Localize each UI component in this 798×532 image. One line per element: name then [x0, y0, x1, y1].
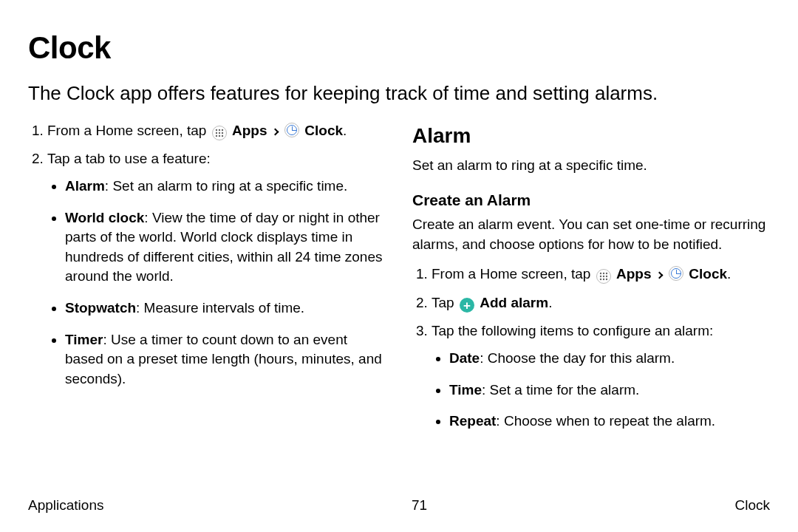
svg-point-13	[603, 276, 604, 277]
step-text: Tap a tab to use a feature:	[47, 151, 211, 166]
svg-point-2	[222, 129, 223, 131]
step-text: From a Home screen, tap	[432, 266, 595, 282]
svg-point-1	[219, 129, 220, 131]
svg-point-6	[216, 135, 217, 137]
list-item: Timer: Use a timer to count down to an e…	[65, 330, 386, 389]
svg-point-17	[606, 279, 607, 280]
clock-icon	[284, 123, 299, 137]
right-step-3: Tap the following items to configure an …	[432, 321, 770, 431]
feature-desc: : Use a timer to count down to an event …	[65, 332, 382, 386]
step-text: Tap	[432, 295, 458, 310]
svg-point-12	[600, 276, 601, 277]
page-footer: Applications 71 Clock	[28, 496, 770, 516]
page-title: Clock	[28, 27, 770, 70]
feature-desc: : Measure intervals of time.	[136, 300, 304, 316]
feature-desc: : Set an alarm to ring at a specific tim…	[105, 178, 347, 194]
alarm-desc: Set an alarm to ring at a specific time.	[412, 156, 770, 176]
list-item: Stopwatch: Measure intervals of time.	[65, 299, 386, 318]
chevron-right-icon	[655, 272, 663, 279]
config-desc: : Choose when to repeat the alarm.	[496, 413, 715, 429]
svg-point-10	[603, 273, 604, 274]
config-desc: : Set a time for the alarm.	[482, 382, 639, 398]
list-item: Time: Set a time for the alarm.	[449, 381, 770, 400]
svg-point-5	[222, 132, 223, 134]
config-desc: : Choose the day for this alarm.	[480, 350, 675, 366]
clock-label: Clock	[689, 266, 727, 282]
add-alarm-label: Add alarm	[480, 295, 548, 310]
content-columns: From a Home screen, tap Apps Clock. Tap …	[28, 121, 770, 443]
config-name: Repeat	[449, 413, 496, 429]
footer-page-number: 71	[412, 496, 427, 516]
apps-label: Apps	[616, 266, 652, 282]
left-step-1: From a Home screen, tap Apps Clock.	[47, 121, 386, 141]
right-step-2: Tap + Add alarm.	[432, 293, 770, 313]
left-step-2: Tap a tab to use a feature: Alarm: Set a…	[47, 149, 386, 389]
svg-point-11	[606, 273, 607, 274]
svg-point-15	[600, 279, 601, 280]
svg-point-9	[600, 273, 601, 274]
apps-label: Apps	[232, 123, 267, 138]
create-alarm-desc: Create an alarm event. You can set one-t…	[412, 215, 770, 254]
footer-left: Applications	[28, 496, 103, 516]
list-item: World clock: View the time of day or nig…	[65, 208, 386, 287]
clock-label: Clock	[304, 123, 343, 138]
svg-point-3	[216, 132, 217, 134]
svg-point-0	[216, 129, 217, 131]
step-text: From a Home screen, tap	[47, 123, 211, 138]
feature-name: Timer	[65, 332, 103, 347]
step-text: Tap the following items to configure an …	[432, 323, 713, 338]
feature-name: Stopwatch	[65, 300, 136, 316]
feature-list: Alarm: Set an alarm to ring at a specifi…	[47, 177, 386, 389]
svg-point-14	[606, 276, 607, 277]
feature-name: Alarm	[65, 178, 105, 194]
footer-right: Clock	[734, 496, 770, 516]
apps-grid-icon	[212, 126, 227, 140]
right-column: Alarm Set an alarm to ring at a specific…	[412, 121, 770, 443]
right-step-1: From a Home screen, tap Apps Clock.	[432, 265, 770, 284]
svg-point-4	[219, 132, 220, 134]
svg-point-16	[603, 279, 604, 280]
left-steps: From a Home screen, tap Apps Clock. Tap …	[28, 121, 386, 389]
config-name: Date	[449, 350, 480, 366]
list-item: Date: Choose the day for this alarm.	[449, 349, 770, 369]
list-item: Repeat: Choose when to repeat the alarm.	[449, 412, 770, 432]
chevron-right-icon	[271, 128, 279, 135]
left-column: From a Home screen, tap Apps Clock. Tap …	[28, 121, 386, 443]
alarm-heading: Alarm	[412, 121, 770, 150]
feature-name: World clock	[65, 210, 144, 225]
create-alarm-heading: Create an Alarm	[412, 189, 770, 211]
apps-grid-icon	[596, 269, 611, 284]
clock-icon	[669, 266, 683, 281]
list-item: Alarm: Set an alarm to ring at a specifi…	[65, 177, 386, 197]
config-list: Date: Choose the day for this alarm. Tim…	[432, 349, 770, 432]
right-steps: From a Home screen, tap Apps Clock. Tap …	[412, 265, 770, 432]
svg-point-8	[222, 135, 223, 137]
intro-text: The Clock app offers features for keepin…	[28, 81, 770, 106]
plus-icon: +	[460, 298, 474, 313]
svg-point-7	[219, 135, 220, 137]
config-name: Time	[449, 382, 482, 398]
